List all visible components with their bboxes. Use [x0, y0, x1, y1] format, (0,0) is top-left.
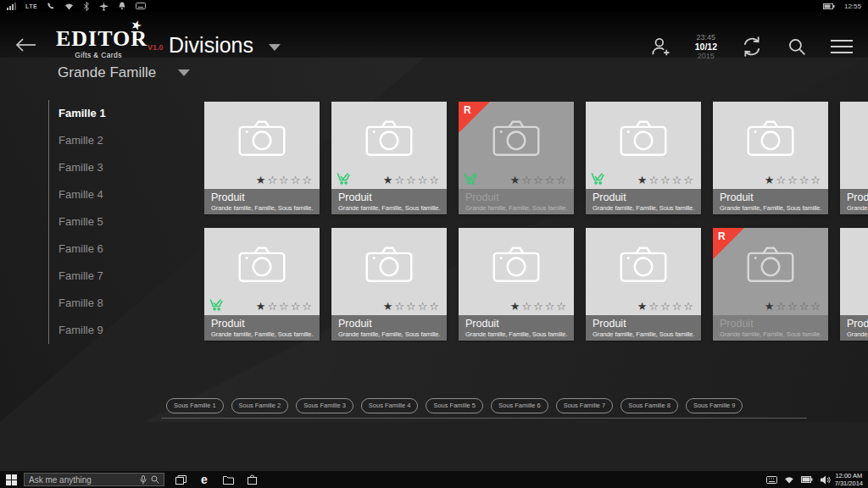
product-grid: ★☆☆☆☆ProduitGrande famille, Famille, Sou… [204, 102, 868, 342]
sous-famille-pill-7[interactable]: Sous Famille 7 [556, 398, 614, 413]
product-image-placeholder: ★☆☆☆☆ [459, 228, 574, 315]
sidebar-item-famille-6[interactable]: Famille 6 [58, 236, 198, 263]
product-tile[interactable]: ★☆☆☆☆ProduitGrande famille, Famille, Sou… [204, 102, 320, 214]
system-status-bar: LTE 12:55 [0, 0, 868, 12]
rating-stars[interactable]: ★☆☆☆☆ [510, 301, 568, 312]
page-title[interactable]: Divisions [169, 33, 253, 58]
volume-icon[interactable] [820, 475, 831, 485]
product-caption: ProduitGrande famille, Famille, Sous fam… [459, 315, 574, 341]
chevron-down-icon[interactable] [269, 44, 281, 51]
rating-stars[interactable]: ★☆☆☆☆ [256, 301, 314, 312]
keyboard-small-icon [136, 3, 146, 9]
sous-famille-pill-3[interactable]: Sous Famille 3 [296, 398, 353, 413]
app-header: EDITOR★ Gifts & Cards V1.0 Divisions 23:… [0, 12, 868, 58]
rating-stars[interactable]: ★☆☆☆☆ [765, 301, 822, 312]
product-subtitle: Grande famille, Famille, Sous famille. [720, 330, 821, 338]
product-caption: ProduitGrande famille, Famille, Sous fam… [459, 189, 574, 214]
product-subtitle: Grande famille, Famille, Sous famille. [338, 204, 440, 212]
sidebar-item-famille-1[interactable]: Famille 1 [58, 100, 198, 127]
sidebar-item-famille-5[interactable]: Famille 5 [58, 208, 198, 236]
product-tile[interactable]: R★☆☆☆☆ProduitGrande famille, Famille, So… [459, 102, 574, 214]
product-tile[interactable]: ★☆☆☆☆ProduitGrande famille, Famille, Sou… [586, 102, 701, 214]
header-actions: 23:45 10/12 2015 [650, 24, 858, 69]
battery-icon[interactable] [801, 476, 813, 483]
file-explorer-button[interactable] [216, 475, 240, 485]
taskbar-search[interactable] [24, 473, 164, 486]
product-image-placeholder: ★☆☆☆☆ [840, 102, 868, 189]
product-title: Produit [211, 191, 313, 204]
rating-stars[interactable]: ★☆☆☆☆ [637, 175, 695, 186]
product-title: Produit [338, 191, 440, 204]
product-subtitle: Grande famille, Famille, Sous famille. [593, 330, 694, 338]
search-input[interactable] [29, 475, 136, 485]
sous-famille-pill-9[interactable]: Sous Famille 9 [686, 398, 743, 413]
rating-stars[interactable]: ★☆☆☆☆ [510, 175, 568, 186]
rating-stars[interactable]: ★☆☆☆☆ [256, 175, 314, 186]
wifi-icon[interactable] [784, 476, 794, 484]
search-icon[interactable] [151, 475, 159, 484]
taskbar-clock[interactable]: 12:00 AM 7/31/2014 [835, 472, 863, 488]
sidebar-item-famille-3[interactable]: Famille 3 [58, 154, 198, 181]
product-tile[interactable]: ★☆☆☆☆ProduitGrande famille, Famille, Sou… [459, 228, 574, 341]
product-image-placeholder: ★☆☆☆☆ [586, 102, 701, 189]
header-clock-time: 23:45 [695, 33, 717, 42]
product-image-placeholder: ★☆☆☆☆ [204, 102, 320, 189]
sous-famille-pill-2[interactable]: Sous Famille 2 [231, 398, 289, 413]
logo-subtitle: Gifts & Cards [56, 51, 141, 59]
edge-browser-button[interactable]: e [192, 474, 216, 485]
sous-famille-pill-6[interactable]: Sous Famille 6 [491, 398, 548, 413]
rating-stars[interactable]: ★☆☆☆☆ [637, 301, 695, 312]
rating-stars[interactable]: ★☆☆☆☆ [383, 301, 441, 312]
store-button[interactable] [240, 474, 264, 485]
sidebar-item-famille-8[interactable]: Famille 8 [58, 290, 198, 317]
add-user-icon[interactable] [650, 36, 672, 58]
task-view-button[interactable] [169, 475, 192, 485]
back-button[interactable] [14, 37, 37, 53]
camera-icon [364, 245, 415, 285]
product-caption: ProduitGrande famille, Famille, Sous fam… [204, 315, 320, 341]
product-tile[interactable]: ★☆☆☆☆ProduitGrande famille, Famille, Sou… [331, 228, 447, 341]
product-title: Produit [211, 318, 313, 330]
header-clock: 23:45 10/12 2015 [695, 33, 717, 61]
sidebar-item-famille-4[interactable]: Famille 4 [58, 181, 198, 208]
sync-icon[interactable] [740, 35, 764, 58]
sous-famille-pill-4[interactable]: Sous Famille 4 [361, 398, 419, 413]
touch-keyboard-icon[interactable] [766, 476, 777, 484]
start-button[interactable] [0, 474, 22, 485]
product-subtitle: Grande famille, Famille, Sous famille. [847, 330, 868, 338]
sous-famille-pill-8[interactable]: Sous Famille 8 [620, 398, 678, 413]
product-tile[interactable]: ★☆☆☆☆ProduitGrande famille, Famille, Sou… [840, 102, 868, 214]
product-tile[interactable]: ★☆☆☆☆ProduitGrande famille, Famille, Sou… [586, 228, 701, 341]
rating-stars[interactable]: ★☆☆☆☆ [383, 175, 441, 186]
sous-famille-pill-1[interactable]: Sous Famille 1 [166, 398, 224, 413]
product-tile[interactable]: ★☆☆☆☆ProduitGrande famille, Famille, Sou… [840, 228, 868, 341]
app-screen: LTE 12:55 EDITOR★ Gifts & Ca [0, 0, 868, 488]
product-tile[interactable]: ★☆☆☆☆ProduitGrande famille, Famille, Sou… [331, 102, 447, 214]
camera-icon [745, 245, 796, 285]
camera-icon [618, 245, 669, 285]
sous-famille-pill-5[interactable]: Sous Famille 5 [426, 398, 483, 413]
sidebar-item-famille-2[interactable]: Famille 2 [58, 127, 198, 154]
product-subtitle: Grande famille, Famille, Sous famille. [465, 204, 567, 212]
divider [161, 418, 807, 419]
microphone-icon[interactable] [140, 475, 147, 485]
sidebar-item-famille-9[interactable]: Famille 9 [58, 317, 198, 344]
airplane-icon [99, 2, 108, 11]
product-title: Produit [847, 318, 868, 330]
menu-icon[interactable] [831, 40, 853, 53]
product-tile[interactable]: ★☆☆☆☆ProduitGrande famille, Famille, Sou… [713, 102, 828, 214]
product-tile[interactable]: R★☆☆☆☆ProduitGrande famille, Famille, So… [713, 228, 828, 341]
product-subtitle: Grande famille, Famille, Sous famille. [593, 204, 694, 212]
product-subtitle: Grande famille, Famille, Sous famille. [338, 330, 440, 338]
grande-famille-dropdown[interactable]: Grande Famille [58, 64, 190, 81]
product-caption: ProduitGrande famille, Famille, Sous fam… [713, 315, 828, 341]
product-caption: ProduitGrande famille, Famille, Sous fam… [840, 315, 868, 341]
sidebar-item-famille-7[interactable]: Famille 7 [58, 263, 198, 290]
product-tile[interactable]: ★☆☆☆☆ProduitGrande famille, Famille, Sou… [204, 228, 320, 341]
search-icon[interactable] [787, 36, 808, 58]
product-caption: ProduitGrande famille, Famille, Sous fam… [586, 189, 701, 214]
product-image-placeholder: ★☆☆☆☆ [204, 228, 320, 315]
product-title: Produit [465, 191, 567, 204]
rating-stars[interactable]: ★☆☆☆☆ [765, 175, 822, 186]
version-label: V1.0 [147, 43, 164, 52]
